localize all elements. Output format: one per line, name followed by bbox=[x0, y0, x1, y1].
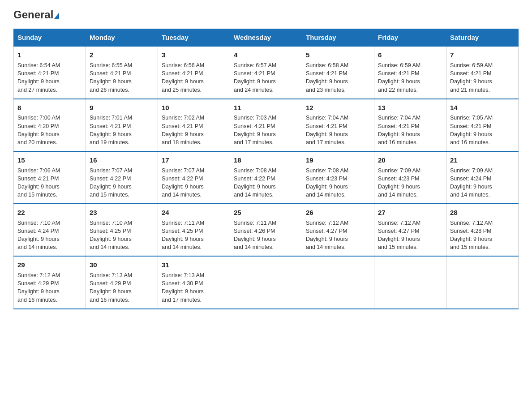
day-info: Sunrise: 7:05 AMSunset: 4:21 PMDaylight:… bbox=[450, 115, 493, 145]
calendar-cell: 31Sunrise: 7:13 AMSunset: 4:30 PMDayligh… bbox=[158, 256, 230, 308]
day-info: Sunrise: 7:02 AMSunset: 4:21 PMDaylight:… bbox=[162, 115, 204, 145]
calendar-cell: 30Sunrise: 7:13 AMSunset: 4:29 PMDayligh… bbox=[86, 256, 158, 308]
calendar-cell: 14Sunrise: 7:05 AMSunset: 4:21 PMDayligh… bbox=[446, 99, 519, 151]
day-number: 18 bbox=[234, 155, 298, 165]
day-info: Sunrise: 7:04 AMSunset: 4:21 PMDaylight:… bbox=[306, 115, 348, 145]
day-number: 20 bbox=[378, 155, 442, 165]
day-number: 5 bbox=[306, 50, 370, 60]
day-info: Sunrise: 7:11 AMSunset: 4:26 PMDaylight:… bbox=[234, 220, 276, 250]
day-info: Sunrise: 7:12 AMSunset: 4:27 PMDaylight:… bbox=[378, 220, 420, 250]
calendar-cell: 1Sunrise: 6:54 AMSunset: 4:21 PMDaylight… bbox=[14, 46, 86, 98]
calendar-cell: 21Sunrise: 7:09 AMSunset: 4:24 PMDayligh… bbox=[446, 151, 519, 204]
day-info: Sunrise: 7:00 AMSunset: 4:20 PMDaylight:… bbox=[17, 115, 60, 145]
calendar-week-row: 29Sunrise: 7:12 AMSunset: 4:29 PMDayligh… bbox=[14, 256, 519, 308]
day-number: 29 bbox=[17, 260, 82, 270]
day-info: Sunrise: 7:07 AMSunset: 4:22 PMDaylight:… bbox=[90, 167, 132, 198]
day-info: Sunrise: 6:59 AMSunset: 4:21 PMDaylight:… bbox=[378, 62, 420, 93]
calendar-cell: 29Sunrise: 7:12 AMSunset: 4:29 PMDayligh… bbox=[14, 256, 86, 308]
calendar-week-row: 8Sunrise: 7:00 AMSunset: 4:20 PMDaylight… bbox=[14, 99, 519, 151]
day-info: Sunrise: 7:12 AMSunset: 4:27 PMDaylight:… bbox=[306, 220, 348, 250]
calendar-week-row: 15Sunrise: 7:06 AMSunset: 4:21 PMDayligh… bbox=[14, 151, 519, 204]
day-info: Sunrise: 7:12 AMSunset: 4:29 PMDaylight:… bbox=[17, 272, 60, 303]
day-info: Sunrise: 7:12 AMSunset: 4:28 PMDaylight:… bbox=[450, 220, 493, 250]
day-number: 6 bbox=[378, 50, 442, 60]
calendar-cell: 5Sunrise: 6:58 AMSunset: 4:21 PMDaylight… bbox=[302, 46, 374, 98]
day-number: 30 bbox=[90, 260, 154, 270]
day-number: 15 bbox=[17, 155, 82, 165]
day-info: Sunrise: 6:55 AMSunset: 4:21 PMDaylight:… bbox=[90, 62, 132, 93]
calendar-cell: 7Sunrise: 6:59 AMSunset: 4:21 PMDaylight… bbox=[446, 46, 519, 98]
calendar-cell: 4Sunrise: 6:57 AMSunset: 4:21 PMDaylight… bbox=[230, 46, 302, 98]
day-info: Sunrise: 7:04 AMSunset: 4:21 PMDaylight:… bbox=[378, 115, 420, 145]
calendar-cell: 3Sunrise: 6:56 AMSunset: 4:21 PMDaylight… bbox=[158, 46, 230, 98]
day-info: Sunrise: 7:03 AMSunset: 4:21 PMDaylight:… bbox=[234, 115, 276, 145]
calendar-cell: 17Sunrise: 7:07 AMSunset: 4:22 PMDayligh… bbox=[158, 151, 230, 204]
day-info: Sunrise: 6:59 AMSunset: 4:21 PMDaylight:… bbox=[450, 62, 493, 93]
calendar-cell: 27Sunrise: 7:12 AMSunset: 4:27 PMDayligh… bbox=[374, 204, 446, 256]
day-info: Sunrise: 7:10 AMSunset: 4:25 PMDaylight:… bbox=[90, 220, 132, 250]
day-info: Sunrise: 7:08 AMSunset: 4:23 PMDaylight:… bbox=[306, 167, 348, 198]
day-number: 2 bbox=[90, 50, 154, 60]
day-number: 16 bbox=[90, 155, 154, 165]
day-info: Sunrise: 7:10 AMSunset: 4:24 PMDaylight:… bbox=[17, 220, 60, 250]
day-info: Sunrise: 7:01 AMSunset: 4:21 PMDaylight:… bbox=[90, 115, 132, 145]
calendar-cell: 28Sunrise: 7:12 AMSunset: 4:28 PMDayligh… bbox=[446, 204, 519, 256]
calendar-cell: 12Sunrise: 7:04 AMSunset: 4:21 PMDayligh… bbox=[302, 99, 374, 151]
day-number: 9 bbox=[90, 103, 154, 113]
day-info: Sunrise: 6:58 AMSunset: 4:21 PMDaylight:… bbox=[306, 62, 348, 93]
calendar-cell: 18Sunrise: 7:08 AMSunset: 4:22 PMDayligh… bbox=[230, 151, 302, 204]
weekday-header-wednesday: Wednesday bbox=[230, 29, 302, 47]
calendar-cell: 24Sunrise: 7:11 AMSunset: 4:25 PMDayligh… bbox=[158, 204, 230, 256]
day-number: 23 bbox=[90, 208, 154, 218]
day-number: 27 bbox=[378, 208, 442, 218]
calendar-cell: 6Sunrise: 6:59 AMSunset: 4:21 PMDaylight… bbox=[374, 46, 446, 98]
logo-general: General bbox=[13, 9, 53, 21]
day-info: Sunrise: 6:54 AMSunset: 4:21 PMDaylight:… bbox=[17, 62, 60, 93]
calendar-table: SundayMondayTuesdayWednesdayThursdayFrid… bbox=[13, 29, 519, 309]
day-number: 24 bbox=[162, 208, 226, 218]
day-number: 12 bbox=[306, 103, 370, 113]
day-number: 26 bbox=[306, 208, 370, 218]
day-info: Sunrise: 6:56 AMSunset: 4:21 PMDaylight:… bbox=[162, 62, 204, 93]
day-number: 10 bbox=[162, 103, 226, 113]
day-number: 13 bbox=[378, 103, 442, 113]
weekday-header-monday: Monday bbox=[86, 29, 158, 47]
weekday-header-thursday: Thursday bbox=[302, 29, 374, 47]
day-info: Sunrise: 7:07 AMSunset: 4:22 PMDaylight:… bbox=[162, 167, 204, 198]
day-info: Sunrise: 7:09 AMSunset: 4:23 PMDaylight:… bbox=[378, 167, 420, 198]
day-info: Sunrise: 7:13 AMSunset: 4:29 PMDaylight:… bbox=[90, 272, 132, 303]
day-number: 4 bbox=[234, 50, 298, 60]
day-number: 3 bbox=[162, 50, 226, 60]
day-number: 1 bbox=[17, 50, 82, 60]
calendar-cell bbox=[446, 256, 519, 308]
day-number: 17 bbox=[162, 155, 226, 165]
calendar-header-row: SundayMondayTuesdayWednesdayThursdayFrid… bbox=[14, 29, 519, 47]
logo: General bbox=[13, 9, 59, 20]
calendar-week-row: 1Sunrise: 6:54 AMSunset: 4:21 PMDaylight… bbox=[14, 46, 519, 98]
day-info: Sunrise: 7:09 AMSunset: 4:24 PMDaylight:… bbox=[450, 167, 493, 198]
calendar-cell: 23Sunrise: 7:10 AMSunset: 4:25 PMDayligh… bbox=[86, 204, 158, 256]
calendar-cell: 8Sunrise: 7:00 AMSunset: 4:20 PMDaylight… bbox=[14, 99, 86, 151]
weekday-header-saturday: Saturday bbox=[446, 29, 519, 47]
calendar-cell: 11Sunrise: 7:03 AMSunset: 4:21 PMDayligh… bbox=[230, 99, 302, 151]
calendar-cell: 13Sunrise: 7:04 AMSunset: 4:21 PMDayligh… bbox=[374, 99, 446, 151]
calendar-cell: 25Sunrise: 7:11 AMSunset: 4:26 PMDayligh… bbox=[230, 204, 302, 256]
day-info: Sunrise: 6:57 AMSunset: 4:21 PMDaylight:… bbox=[234, 62, 276, 93]
day-number: 28 bbox=[450, 208, 515, 218]
day-info: Sunrise: 7:13 AMSunset: 4:30 PMDaylight:… bbox=[162, 272, 204, 303]
logo-triangle-icon bbox=[54, 13, 59, 19]
day-number: 14 bbox=[450, 103, 515, 113]
calendar-cell: 2Sunrise: 6:55 AMSunset: 4:21 PMDaylight… bbox=[86, 46, 158, 98]
day-number: 11 bbox=[234, 103, 298, 113]
day-number: 8 bbox=[17, 103, 82, 113]
calendar-cell: 10Sunrise: 7:02 AMSunset: 4:21 PMDayligh… bbox=[158, 99, 230, 151]
calendar-week-row: 22Sunrise: 7:10 AMSunset: 4:24 PMDayligh… bbox=[14, 204, 519, 256]
calendar-cell bbox=[230, 256, 302, 308]
weekday-header-tuesday: Tuesday bbox=[158, 29, 230, 47]
day-info: Sunrise: 7:11 AMSunset: 4:25 PMDaylight:… bbox=[162, 220, 204, 250]
page-header: General bbox=[13, 9, 519, 20]
day-info: Sunrise: 7:08 AMSunset: 4:22 PMDaylight:… bbox=[234, 167, 276, 198]
calendar-cell: 9Sunrise: 7:01 AMSunset: 4:21 PMDaylight… bbox=[86, 99, 158, 151]
calendar-cell: 16Sunrise: 7:07 AMSunset: 4:22 PMDayligh… bbox=[86, 151, 158, 204]
calendar-cell: 19Sunrise: 7:08 AMSunset: 4:23 PMDayligh… bbox=[302, 151, 374, 204]
